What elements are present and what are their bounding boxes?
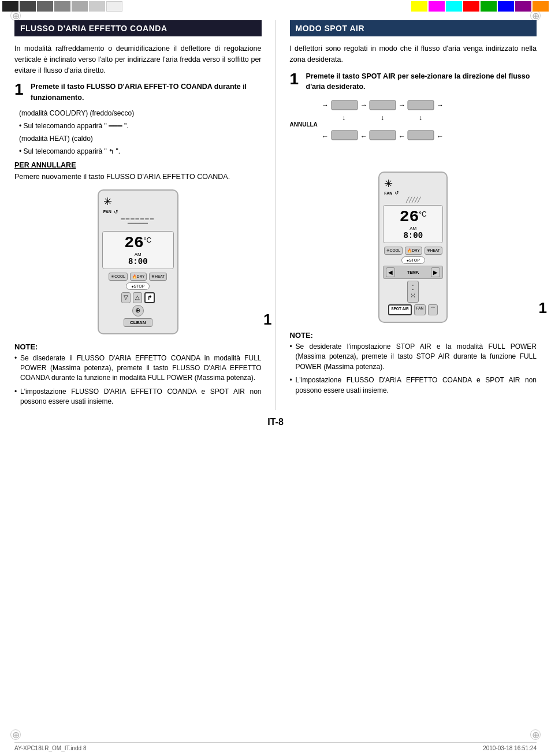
svg-rect-5 [408,100,434,110]
svg-text:↓: ↓ [342,114,345,122]
remote-right: ✳ FAN ↺ ╱╱╱╱╱ 26 °C AM [378,172,448,323]
color-block-3 [37,1,53,12]
dry-btn-right[interactable]: 🔥DRY [405,247,422,255]
deflector-angled: ▔▔▔▔▔ [102,223,174,229]
temp-display-left: 26 °C AM 8:00 [102,231,174,269]
clean-btn-left[interactable]: CLEAN [124,318,152,327]
svg-text:↓: ↓ [419,114,422,122]
step1-right-container: 1 Premete il tasto SPOT AIR per sele-zio… [290,71,537,93]
sub1b-text: • Sul telecomando apparirà " [19,122,107,130]
remote-left-wrapper: ✳ FAN ↺ ═══════ ▔▔▔▔▔ 26 °C [14,189,262,334]
coanda-btn-left[interactable]: ↱ [144,292,155,303]
fan-icon-right: ↺ [394,190,399,196]
heat-btn-left[interactable]: ❄HEAT [149,273,167,281]
stop-btn-right[interactable]: ●STOP [401,256,425,264]
heat-btn-right[interactable]: ❄HEAT [425,247,442,255]
cool-btn-right[interactable]: ✳COOL [384,247,403,255]
temp-plus-btn[interactable]: ▶ [431,267,440,277]
annulla-label: ANNULLA [290,121,318,128]
sub2b-close: ". [116,147,121,155]
stop-row-right: ●STOP [383,256,443,264]
arrow-buttons-left: ▽ △ ↱ [102,292,174,303]
svg-rect-13 [370,131,396,140]
left-section-title: FLUSSO D'ARIA EFFETTO COANDA [14,20,262,36]
column-divider [276,20,276,410]
annullare-text: Pemere nuovamente il tasto FLUSSO D'ARIA… [14,172,262,183]
color-block-g [481,1,497,12]
mode-buttons-right: ✳COOL 🔥DRY ❄HEAT [383,247,443,255]
sub2b-text: • Sul telecomando apparirà " [19,147,107,155]
top-color-bar [0,0,551,13]
bottom-right: 2010-03-18 16:51:24 [483,745,537,751]
snowflake-icon-left: ✳ [103,195,112,208]
svg-rect-1 [332,100,358,110]
temp-row-left: 26 °C [105,234,171,252]
annullare-title: PER ANNULLARE [14,161,262,169]
color-block-4 [54,1,70,12]
step1-container: 1 Premete il tasto FLUSSO D'ARIA EFFET-T… [14,81,262,103]
clean-row-left: CLEAN [102,318,174,327]
left-intro: In modalità raffreddamento o deumidifica… [14,43,262,76]
svg-text:←: ← [437,132,444,140]
remote-left: ✳ FAN ↺ ═══════ ▔▔▔▔▔ 26 °C [98,189,178,334]
color-block-m [429,1,445,12]
svg-text:←: ← [399,132,405,140]
airflow-svg: → → → → ↓ ↓ ↓ ← ← ← [319,97,469,161]
fan-label-left: FAN [103,210,111,214]
bottom-row-right: SPOT AIR FAN ⌒ [383,304,443,315]
fan-label-right: FAN [384,191,392,195]
cool-btn-left[interactable]: ✳COOL [109,273,127,281]
note-left-1: Se disederate il FLUSSO D'ARIA EFFETTO C… [14,353,262,383]
deflector-right: ╱╱╱╱╱ [383,197,443,203]
sub2b: • Sul telecomando apparirà " ↰ ". [19,146,262,157]
remote-right-step1: 1 [539,299,547,317]
airflow-diagram-wrapper: ANNULLA → → → → ↓ ↓ ↓ ← [290,97,537,162]
main-content: FLUSSO D'ARIA EFFETTO COANDA In modalità… [14,20,537,733]
fan-icon-left: ↺ [114,209,118,215]
remote-top-icons-left: ✳ [102,195,174,209]
temp-minus-btn[interactable]: ◀ [386,267,395,277]
stop-row-left: ●STOP [102,282,174,290]
spot-air-btn[interactable]: SPOT AIR [388,304,411,315]
color-block-c [446,1,462,12]
temp-display-right: 26 °C AM 8:00 [383,205,443,243]
columns: FLUSSO D'ARIA EFFETTO COANDA In modalità… [14,20,537,410]
fan-btn-right[interactable]: FAN [414,304,426,315]
temp-value-left: 26 [124,234,144,252]
right-color-blocks [409,0,551,13]
svg-rect-11 [408,131,434,140]
am-label-right: AM [386,226,440,231]
ion-dots-btn[interactable]: ⁚⁙ [407,281,419,303]
snowflake-icon-right: ✳ [384,177,393,190]
curve-btn[interactable]: ⌒ [428,304,438,315]
ion-btn-left[interactable]: ⊕ [132,305,144,316]
temp-label: TEMP. [407,270,419,274]
color-block-p [515,1,531,12]
temp-value-right: 26 [400,208,419,226]
left-column: FLUSSO D'ARIA EFFETTO COANDA In modalità… [14,20,262,410]
dry-btn-left[interactable]: 🔥DRY [130,273,147,281]
temp-row-right: 26 °C [386,208,440,226]
svg-text:↓: ↓ [381,114,384,122]
remote-top-icons-right: ✳ [383,177,443,190]
svg-text:→: → [322,101,329,109]
bottom-left: AY-XPC18LR_OM_IT.indd 8 [14,745,87,751]
note-right-1: Se desiderate l'impostazione STOP AIR e … [290,342,537,372]
right-section-title: MODO SPOT AIR [290,20,537,36]
stop-btn-left[interactable]: ●STOP [126,282,150,290]
up-btn-left[interactable]: △ [133,292,142,303]
color-block-7 [106,1,122,12]
right-column: MODO SPOT AIR I deflettori sono regolati… [290,20,537,410]
remote-right-wrapper: ✳ FAN ↺ ╱╱╱╱╱ 26 °C AM [290,172,537,323]
am-label-left: AM [105,252,171,257]
fan-row-right: FAN ↺ [383,190,443,196]
color-block-b [498,1,514,12]
notes-left: NOTE: Se disederate il FLUSSO D'ARIA EFF… [14,342,262,407]
notes-left-title: NOTE: [14,342,262,351]
down-btn-left[interactable]: ▽ [121,292,131,303]
color-block-o [533,1,549,12]
step1-number: 1 [14,81,27,103]
svg-text:→: → [399,101,405,109]
sub2b-icon: ↰ [109,148,114,155]
temp-unit-left: °C [144,236,151,244]
